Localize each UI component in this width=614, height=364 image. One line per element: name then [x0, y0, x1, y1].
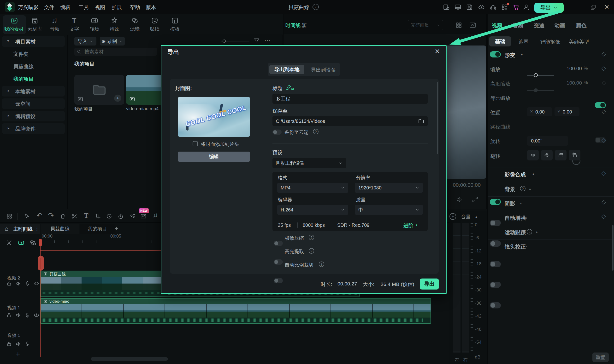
flip-horizontal-button[interactable]: [527, 150, 539, 160]
shadow-toggle[interactable]: [490, 240, 501, 247]
delete-icon[interactable]: [60, 213, 66, 219]
scale-y-keyframe-icon[interactable]: ◇: [601, 80, 606, 86]
menu-extensions[interactable]: 扩展: [112, 4, 122, 11]
inspector-tab-color[interactable]: 颜色: [576, 22, 587, 29]
add-cover-checkbox[interactable]: [193, 141, 198, 146]
subtab-beauty[interactable]: 美颜美型: [569, 39, 589, 45]
menu-help[interactable]: 帮助: [130, 4, 140, 11]
playhead-line[interactable]: [40, 239, 41, 357]
more-options-icon[interactable]: ⋯: [264, 37, 271, 44]
clip-in-marker[interactable]: [38, 256, 44, 271]
sequence-tab-bezier[interactable]: 貝茲曲線: [41, 224, 79, 234]
track-v1-mic-icon[interactable]: [25, 312, 30, 318]
audio-tool-icon[interactable]: ♫: [153, 211, 158, 219]
compositing-keyframe-icon[interactable]: ◇: [601, 170, 606, 176]
menu-view[interactable]: 视图: [95, 4, 105, 11]
sidebar-item-edit-presets[interactable]: ▸ 编辑预设: [2, 111, 65, 121]
device-monitor-icon[interactable]: [454, 4, 461, 11]
track-v1-lock-icon[interactable]: [6, 312, 12, 318]
timeline-menu-kebab-icon[interactable]: ⋮: [35, 226, 39, 231]
preview-tab-timeline[interactable]: 时间线: [285, 22, 301, 29]
timeline-clip-video-miao[interactable]: video-miao: [40, 298, 431, 324]
tab-stock-media[interactable]: 素材库: [28, 26, 42, 32]
save-icon[interactable]: [466, 4, 473, 11]
account-icon[interactable]: [523, 4, 530, 11]
preview-layout-icon[interactable]: [455, 22, 462, 29]
cover-edit-button[interactable]: 编辑: [178, 152, 250, 162]
compositing-toggle[interactable]: [490, 199, 501, 205]
crop-icon[interactable]: [95, 213, 101, 219]
track-v1-mute-icon[interactable]: [15, 312, 21, 318]
meter-title[interactable]: 音量: [461, 214, 471, 220]
position-keyframe-icon[interactable]: ◇: [601, 108, 606, 114]
transform-keyframe-icon[interactable]: ◇: [601, 51, 606, 57]
tab-my-media[interactable]: 我的素材: [4, 26, 24, 32]
rotate-left-button[interactable]: [569, 150, 580, 160]
sidebar-item-cloud-space[interactable]: 云空间: [2, 98, 65, 109]
meter-collapse-caret[interactable]: ▴: [475, 215, 477, 219]
add-text-icon[interactable]: T: [84, 212, 88, 219]
menu-file[interactable]: 文件: [44, 4, 54, 11]
track-v2-mute-icon[interactable]: [15, 281, 21, 286]
compression-help-icon[interactable]: ?: [309, 235, 314, 240]
thumbnail-size-slider[interactable]: [221, 41, 250, 41]
support-headset-icon[interactable]: [489, 4, 497, 11]
transform-collapse-caret[interactable]: ▾: [521, 52, 523, 57]
dialog-close-button[interactable]: ×: [435, 46, 440, 56]
split-scissors-icon[interactable]: [71, 213, 77, 219]
inspector-tab-video[interactable]: 视频: [492, 22, 502, 29]
scale-slider[interactable]: [527, 75, 554, 76]
title-input[interactable]: [272, 94, 428, 104]
shortcut-schedule-icon[interactable]: [443, 4, 450, 11]
cloud-upload-icon[interactable]: [478, 4, 485, 11]
menu-edit[interactable]: 编辑: [60, 4, 70, 11]
sidebar-item-brand-kit[interactable]: ▸ 品牌套件: [2, 123, 65, 134]
scale-y-value[interactable]: 100.00: [567, 80, 582, 86]
browse-folder-icon[interactable]: [418, 118, 424, 124]
motion-tracking-toggle[interactable]: [490, 282, 501, 288]
resolution-dropdown[interactable]: 1920*1080: [355, 183, 423, 193]
sidebar-item-local-media[interactable]: ▸ 本地素材: [2, 86, 65, 96]
sidebar-item-project-media[interactable]: ▾ 项目素材: [2, 36, 65, 47]
export-button-top[interactable]: 导出: [534, 3, 564, 13]
add-to-timeline-button[interactable]: +: [114, 95, 121, 102]
highlight-toggle[interactable]: [274, 259, 283, 265]
video-card-label[interactable]: video-miao.mp4: [126, 106, 159, 111]
record-button[interactable]: ◉ 录制: [100, 37, 125, 46]
select-tool-icon[interactable]: [24, 213, 30, 219]
timer-icon[interactable]: [118, 213, 124, 219]
caret-right-icon[interactable]: ▸: [8, 113, 10, 118]
track-a1-lock-icon[interactable]: [6, 341, 12, 347]
motion-tracking-collapse-caret[interactable]: ▴: [536, 230, 538, 234]
search-box[interactable]: [74, 48, 157, 56]
lens-correction-collapse-caret[interactable]: ▴: [525, 244, 527, 248]
preview-tab-source[interactable]: 源: [302, 22, 307, 29]
sequence-tab-my-project[interactable]: 我的项目: [80, 224, 115, 234]
folder-card-label[interactable]: 我的项目: [74, 106, 93, 112]
import-button[interactable]: 导入: [74, 37, 97, 46]
uniform-scale-toggle[interactable]: [595, 102, 606, 108]
auto-ripple-icon[interactable]: [6, 239, 13, 246]
sidebar-item-my-project[interactable]: 我的项目: [14, 76, 34, 82]
keyframe-tool-icon[interactable]: [129, 213, 136, 219]
tab-templates[interactable]: 模板: [170, 26, 180, 32]
shadow-keyframe-icon[interactable]: ◇: [601, 199, 606, 205]
add-marker-button[interactable]: +: [449, 213, 456, 220]
tab-export-device[interactable]: 导出到设备: [311, 66, 336, 73]
scale-y-slider[interactable]: [527, 90, 554, 91]
timeline-h-scrollbar[interactable]: [91, 357, 168, 361]
shadow-collapse-caret[interactable]: ▴: [520, 201, 522, 205]
tab-audio[interactable]: 音频: [50, 26, 59, 32]
tab-filters[interactable]: 滤镜: [130, 26, 140, 32]
redo-icon[interactable]: ↷: [48, 211, 54, 220]
auto-crop-toggle[interactable]: [274, 278, 283, 283]
format-dropdown[interactable]: MP4: [277, 183, 348, 193]
dialog-export-button[interactable]: 导出: [420, 278, 439, 289]
advanced-link[interactable]: 进阶: [404, 222, 414, 229]
split-view-icon[interactable]: [30, 239, 36, 246]
track-v2-mic-icon[interactable]: [25, 281, 30, 286]
home-icon[interactable]: ⌂: [5, 225, 8, 232]
add-sequence-button[interactable]: +: [115, 225, 118, 232]
tab-transitions[interactable]: 转场: [90, 26, 99, 32]
preview-volume-icon[interactable]: [456, 196, 463, 204]
